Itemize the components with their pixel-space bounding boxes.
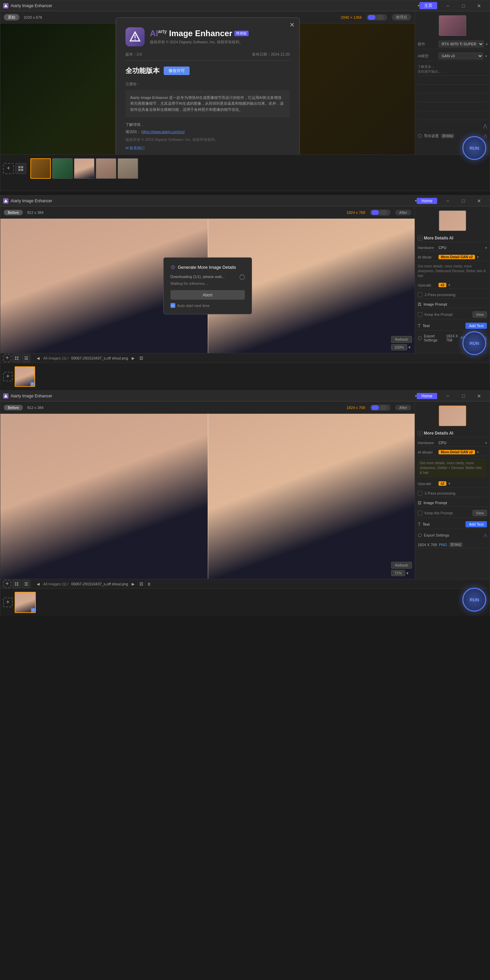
abort-button[interactable]: Abort [170, 290, 245, 300]
dialog-title-area: AIarty Image Enhancer 终身版 版权所有 © 2024 Di… [150, 29, 249, 45]
close-button-2[interactable]: ✕ [471, 196, 487, 206]
filename-3: 00067-291510437_s,off shoul.png [71, 582, 128, 586]
keep-prompt-checkbox-3[interactable] [418, 511, 423, 515]
more-details-checkbox-3[interactable]: ✓ [418, 431, 423, 436]
grid-view-button-1[interactable] [15, 163, 26, 174]
website-link[interactable]: https://www.aiarty.com/cn/ [142, 130, 185, 134]
zoom-dropdown-icon-3[interactable]: ▾ [406, 571, 409, 576]
tab-before-3[interactable]: Before [4, 405, 23, 410]
list-view-button-3[interactable] [22, 580, 30, 588]
canvas-area-1: 原始 1020 x 678 2040 × 1356 推理后 [0, 11, 415, 154]
thumb-4[interactable] [96, 158, 116, 179]
dialog-close-button[interactable]: ✕ [290, 21, 294, 29]
refresh-button-3[interactable]: Refresh [391, 562, 412, 569]
run-btn-area-1: RUN [462, 136, 486, 160]
preview-thumb-1 [439, 15, 466, 36]
thumb-strip-1: + [0, 154, 490, 182]
thumb-3-selected[interactable]: ✓ [15, 592, 36, 613]
tab-before-1[interactable]: 原始 [4, 14, 19, 21]
copyright-sub: 版权所有 © 2024 Digiarty Software, Inc. 保留所有… [150, 40, 249, 45]
zoom-display-2[interactable]: 100% [391, 344, 407, 350]
add-thumb-button-3[interactable]: + [3, 598, 13, 607]
zoom-row-2: 100% ▾ [391, 344, 412, 350]
minimize-button-2[interactable]: − [440, 196, 455, 206]
visit-link-row: 请访问： https://www.aiarty.com/cn/ [126, 129, 290, 134]
view-button-2[interactable]: View [473, 312, 487, 318]
modify-license-button[interactable]: 修改许可 [164, 67, 189, 75]
home-button-1[interactable]: 主页 [419, 2, 437, 9]
thumb-2-selected[interactable]: ✓ [15, 366, 35, 387]
list-view-button-2[interactable] [22, 354, 30, 362]
hardware-select-1[interactable]: RTX 4070 Ti SUPER [439, 41, 484, 48]
expand-icon-1[interactable]: ⋀ [483, 123, 487, 129]
more-details-label-2: More Details AI [424, 236, 453, 240]
run-button-1[interactable]: RUN [462, 136, 486, 160]
thumb-3[interactable] [74, 158, 94, 179]
export-collapse-3[interactable]: ⋀ [484, 533, 487, 538]
keep-prompt-label-2: Keep the Prompt [425, 312, 471, 317]
status-bar-2: + ◄ All Images (1) / 00067-291510437_s,o… [0, 353, 490, 363]
split-divider-3[interactable] [208, 414, 208, 579]
grid-view-button-2[interactable] [13, 354, 21, 362]
app-logo-2 [3, 198, 8, 204]
run-button-2[interactable]: RUN [462, 331, 486, 355]
more-details-checkbox-2[interactable]: ✓ [418, 236, 423, 240]
add-text-button-2[interactable]: Add Text [465, 323, 487, 329]
contact-link[interactable]: ✉ 联系我们 [126, 146, 290, 151]
upscale-arrow-3: ▾ [449, 482, 450, 485]
home-button-2[interactable]: Home [417, 198, 437, 204]
zoom-display-3[interactable]: 72% [391, 570, 405, 576]
home-button-3[interactable]: Home [417, 393, 437, 399]
after-image-3 [208, 414, 415, 579]
export-icon-2: ⬡ [418, 335, 422, 341]
delete-icon-3[interactable]: 🗑 [147, 582, 151, 586]
maximize-button-2[interactable]: □ [455, 196, 471, 206]
proc-title: ⚙ Generate More Image Details [170, 264, 245, 270]
close-button-3[interactable]: ✕ [471, 391, 487, 401]
nav-left-3[interactable]: ◄ [36, 581, 41, 587]
close-button-1[interactable]: ✕ [471, 0, 487, 11]
ai-model-select-1[interactable]: GAN v3 [439, 52, 483, 59]
tab-after-3[interactable]: After [395, 405, 411, 410]
view-controls-3: Refresh 72% ▾ [391, 562, 412, 576]
minimize-button-1[interactable]: − [440, 0, 455, 11]
tab-after-1[interactable]: 推理后 [392, 14, 411, 21]
add-button-3[interactable]: + [3, 580, 11, 588]
thumb-2[interactable] [52, 158, 73, 179]
export-format-3: PNG [439, 543, 447, 547]
auto-start-checkbox[interactable]: ✓ [170, 303, 175, 308]
add-button-1[interactable]: + [3, 163, 14, 174]
grid-view-button-3[interactable] [13, 580, 21, 588]
add-thumb-button-2[interactable]: + [3, 372, 13, 381]
dialog-overlay-1: ✕ [0, 24, 415, 154]
maximize-button-3[interactable]: □ [455, 391, 471, 401]
thumb-5[interactable] [118, 158, 138, 179]
app-title-3: Aiarty Image Enhancer [11, 394, 415, 398]
tab-after-2[interactable]: After [395, 210, 411, 215]
upscale-badge-2: x2 [439, 283, 446, 287]
maximize-button-1[interactable]: □ [455, 0, 471, 11]
nav-right-3[interactable]: ► [131, 581, 136, 587]
run-button-3[interactable]: RUN [462, 588, 486, 612]
refresh-button-2[interactable]: Refresh [391, 336, 412, 343]
two-pass-checkbox-3[interactable] [418, 491, 423, 496]
app-logo-3 [3, 393, 8, 399]
canvas-topbar-2: Before 912 x 384 1824 x 768 After [0, 206, 415, 219]
thumb-1-tiger[interactable] [30, 158, 51, 179]
more-details-header-2: ✓ More Details AI [418, 234, 487, 242]
canvas-area-3: Before 912 x 384 1824 x 768 After [0, 401, 415, 579]
two-pass-row-3: 2-Pass processing [418, 490, 487, 497]
keep-prompt-checkbox-2[interactable] [418, 312, 423, 317]
processing-dialog: ⚙ Generate More Image Details Downloadin… [163, 258, 252, 315]
tab-before-2[interactable]: Before [4, 210, 23, 215]
two-pass-checkbox-2[interactable] [418, 292, 423, 297]
dialog-title-text: AIarty Image Enhancer [150, 29, 232, 38]
view-button-3[interactable]: View [473, 510, 487, 516]
add-text-button-3[interactable]: Add Text [465, 521, 487, 527]
zoom-dropdown-icon-2[interactable]: ▾ [409, 345, 410, 350]
app-logo-1 [3, 3, 8, 8]
minimize-button-3[interactable]: − [440, 391, 455, 401]
add-button-2[interactable]: + [3, 354, 11, 362]
nav-right-2[interactable]: ► [131, 355, 136, 361]
nav-left-2[interactable]: ◄ [36, 355, 41, 361]
